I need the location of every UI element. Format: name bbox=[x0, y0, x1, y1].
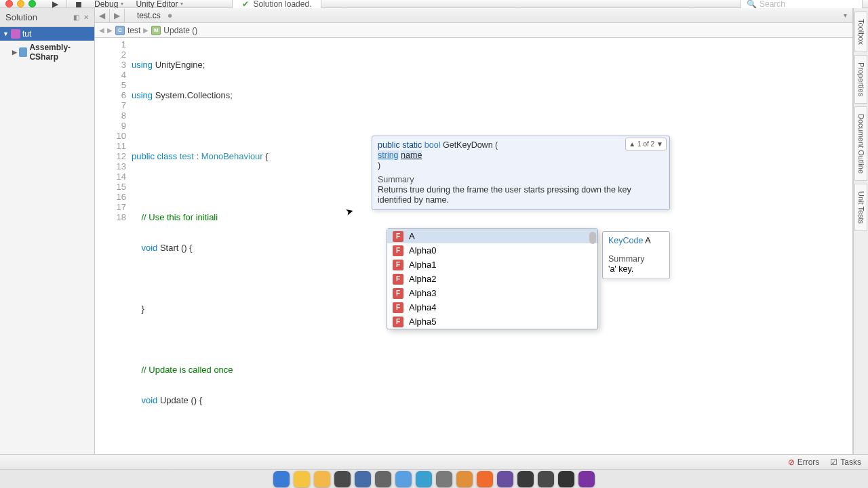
field-icon: F bbox=[393, 231, 403, 242]
stop-button[interactable]: ◼ bbox=[71, 0, 86, 9]
dock-app-icon[interactable] bbox=[416, 471, 432, 487]
unit-tests-tab[interactable]: Unit Tests bbox=[854, 184, 867, 231]
tasks-icon: ☑ bbox=[830, 458, 837, 467]
field-icon: F bbox=[393, 274, 403, 285]
window-controls[interactable] bbox=[5, 0, 36, 7]
tasks-button[interactable]: ☑Tasks bbox=[830, 458, 861, 467]
dock-app-icon[interactable] bbox=[355, 471, 371, 487]
breadcrumb[interactable]: ◀▶ C test ▶ M Update () bbox=[95, 23, 852, 38]
dock-app-icon[interactable] bbox=[395, 471, 412, 487]
line-gutter: 123456789101112131415161718 bbox=[95, 38, 132, 454]
autocomplete-popup[interactable]: FAFAlpha0FAlpha1FAlpha2FAlpha3FAlpha4FAl… bbox=[387, 228, 598, 329]
autocomplete-item[interactable]: FAlpha2 bbox=[387, 272, 597, 286]
dock-app-icon[interactable] bbox=[558, 471, 574, 487]
toolbox-tab[interactable]: Toolbox bbox=[854, 12, 867, 52]
tab-bar: ◀ ▶ test.cs ● ▾ bbox=[95, 8, 852, 23]
solution-sidebar: Solution ◧ ✕ ▼ tut ▶ Assembly-CSharp bbox=[0, 8, 95, 454]
macos-dock[interactable] bbox=[0, 469, 868, 488]
status-bar: ⊘Errors ☑Tasks bbox=[0, 454, 868, 469]
field-icon: F bbox=[393, 288, 403, 299]
tab-dirty-icon[interactable]: ● bbox=[167, 8, 173, 23]
autocomplete-item[interactable]: FAlpha5 bbox=[387, 314, 597, 329]
project-icon bbox=[19, 47, 27, 57]
nav-back-button[interactable]: ◀ bbox=[95, 9, 110, 22]
file-tab[interactable]: test.cs ● bbox=[125, 8, 185, 23]
document-outline-tab[interactable]: Document Outline bbox=[854, 106, 867, 181]
field-icon: F bbox=[393, 245, 403, 256]
dock-app-icon[interactable] bbox=[578, 471, 595, 487]
dock-app-icon[interactable] bbox=[538, 471, 554, 487]
autocomplete-item[interactable]: FAlpha4 bbox=[387, 300, 597, 314]
dock-app-icon[interactable] bbox=[477, 471, 493, 487]
code-editor[interactable]: 123456789101112131415161718 using UnityE… bbox=[95, 38, 852, 454]
tab-overflow-button[interactable]: ▾ bbox=[837, 12, 852, 19]
run-button[interactable]: ▶ bbox=[48, 0, 62, 9]
field-icon: F bbox=[393, 260, 403, 270]
dock-app-icon[interactable] bbox=[375, 471, 391, 487]
pager-up-icon[interactable]: ▲ bbox=[629, 139, 635, 149]
expand-icon[interactable]: ▼ bbox=[3, 30, 9, 37]
nav-forward-button[interactable]: ▶ bbox=[110, 9, 125, 22]
error-icon: ⊘ bbox=[788, 458, 795, 467]
field-icon: F bbox=[393, 317, 403, 327]
autocomplete-item[interactable]: FAlpha1 bbox=[387, 258, 597, 272]
sidebar-panel-icon[interactable]: ◧ bbox=[73, 14, 79, 21]
properties-tab[interactable]: Properties bbox=[854, 55, 867, 104]
expand-icon[interactable]: ▶ bbox=[12, 49, 17, 56]
search-icon: 🔍 bbox=[747, 0, 757, 9]
dock-app-icon[interactable] bbox=[273, 471, 290, 487]
minimize-window-icon[interactable] bbox=[17, 0, 24, 7]
solution-icon bbox=[11, 29, 20, 39]
autocomplete-item[interactable]: FAlpha0 bbox=[387, 243, 597, 258]
autocomplete-item[interactable]: FA bbox=[387, 229, 597, 243]
class-icon: C bbox=[115, 26, 125, 35]
method-icon: M bbox=[151, 26, 161, 35]
pager-down-icon[interactable]: ▼ bbox=[656, 139, 663, 149]
dock-app-icon[interactable] bbox=[497, 471, 513, 487]
sidebar-close-icon[interactable]: ✕ bbox=[83, 14, 89, 21]
signature-tooltip: ▲ 1 of 2 ▼ public static bool GetKeyDown… bbox=[372, 136, 670, 210]
right-tab-strip: Toolbox Properties Document Outline Unit… bbox=[853, 8, 868, 454]
autocomplete-scrollbar[interactable] bbox=[589, 232, 596, 244]
member-detail-popup: KeyCode A Summary 'a' key. bbox=[602, 231, 670, 279]
errors-button[interactable]: ⊘Errors bbox=[788, 458, 820, 467]
field-icon: F bbox=[393, 302, 403, 313]
editor-area: ◀ ▶ test.cs ● ▾ ◀▶ C test ▶ M Update () … bbox=[95, 8, 853, 454]
autocomplete-item[interactable]: FAlpha3 bbox=[387, 286, 597, 300]
signature-pager[interactable]: ▲ 1 of 2 ▼ bbox=[625, 138, 667, 150]
dock-app-icon[interactable] bbox=[314, 471, 330, 487]
close-window-icon[interactable] bbox=[5, 0, 13, 7]
dock-app-icon[interactable] bbox=[334, 471, 351, 487]
dock-app-icon[interactable] bbox=[436, 471, 452, 487]
dock-app-icon[interactable] bbox=[456, 471, 473, 487]
solution-header: Solution ◧ ✕ bbox=[0, 8, 94, 27]
project-item[interactable]: ▶ Assembly-CSharp bbox=[0, 41, 94, 64]
solution-root[interactable]: ▼ tut bbox=[0, 27, 94, 41]
maximize-window-icon[interactable] bbox=[28, 0, 36, 7]
dock-app-icon[interactable] bbox=[294, 471, 310, 487]
dock-app-icon[interactable] bbox=[517, 471, 534, 487]
config-dropdown[interactable]: Debug ▾ bbox=[90, 0, 127, 9]
mouse-cursor-icon: ➤ bbox=[344, 206, 355, 218]
main-toolbar: ▶ ◼ Debug ▾ Unity Editor ▾ ✔Solution loa… bbox=[0, 0, 868, 8]
